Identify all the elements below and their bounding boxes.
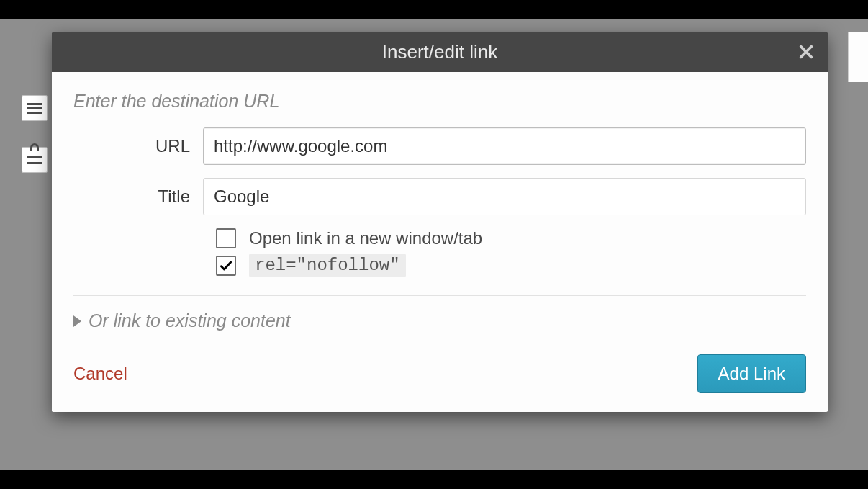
existing-content-toggle[interactable]: Or link to existing content — [73, 310, 806, 331]
dialog-titlebar: Insert/edit link — [52, 32, 828, 72]
backdrop-overlay: Insert/edit link Enter the destination U… — [0, 19, 868, 470]
open-new-tab-row: Open link in a new window/tab — [216, 228, 806, 248]
section-heading: Enter the destination URL — [73, 91, 806, 112]
open-new-tab-checkbox[interactable] — [216, 228, 236, 248]
check-icon — [219, 259, 233, 273]
cancel-button[interactable]: Cancel — [73, 364, 127, 384]
close-button[interactable] — [793, 39, 819, 65]
existing-content-label: Or link to existing content — [89, 310, 291, 331]
url-input[interactable] — [203, 127, 806, 165]
open-new-tab-label: Open link in a new window/tab — [249, 228, 482, 248]
rel-nofollow-checkbox[interactable] — [216, 256, 236, 276]
add-link-button[interactable]: Add Link — [697, 354, 806, 393]
url-label: URL — [73, 136, 203, 156]
caret-right-icon — [73, 315, 81, 327]
divider — [73, 295, 806, 296]
letterbox-bottom — [0, 470, 868, 489]
dialog-footer: Cancel Add Link — [52, 354, 828, 412]
editor-toolbar-icon — [22, 147, 48, 173]
rel-nofollow-label: rel="nofollow" — [249, 254, 406, 277]
letterbox-top — [0, 0, 868, 19]
insert-link-dialog: Insert/edit link Enter the destination U… — [52, 32, 828, 412]
editor-background-strip — [848, 32, 868, 82]
close-icon — [798, 44, 814, 60]
rel-nofollow-row: rel="nofollow" — [216, 254, 806, 277]
dialog-body: Enter the destination URL URL Title Open… — [52, 72, 828, 354]
editor-toolbar-icon — [22, 95, 48, 121]
title-input[interactable] — [203, 178, 806, 215]
url-row: URL — [73, 127, 806, 165]
title-label: Title — [73, 187, 203, 207]
dialog-title: Insert/edit link — [382, 41, 497, 63]
title-row: Title — [73, 178, 806, 215]
